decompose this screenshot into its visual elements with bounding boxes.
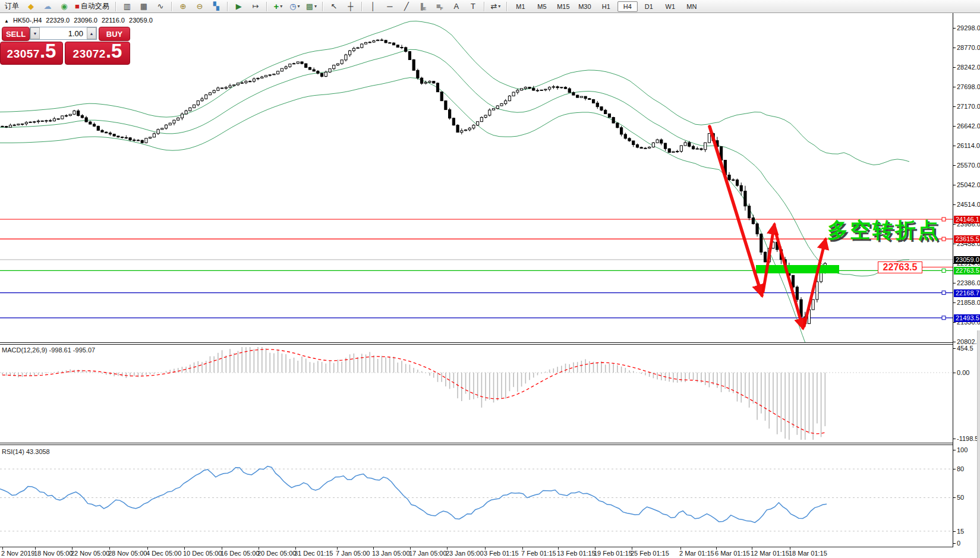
time-label: 7 Feb 01:15	[521, 550, 556, 557]
buy-button[interactable]: BUY	[99, 27, 130, 41]
scrollbar-strip[interactable]	[977, 330, 980, 558]
main-toolbar: 订单◆☁◉■自动交易▥▦∿⊕⊖▚▶↦+▾◷▾▩▾↖┼│─╱∥E≡FAT⇄▾ M1…	[0, 0, 980, 13]
candle	[592, 99, 594, 103]
volume-decrease-button[interactable]: ▼	[30, 27, 40, 39]
candle	[620, 128, 623, 134]
candle	[169, 123, 171, 125]
candle	[456, 125, 459, 133]
candle	[664, 143, 666, 149]
autotrade-button[interactable]: ■自动交易	[73, 1, 112, 12]
candle	[109, 133, 111, 134]
rsi-indicator-label: RSI(14) 43.3058	[2, 448, 50, 455]
pane-separator[interactable]	[0, 443, 953, 443]
candlestick-chart-icon[interactable]: ▦	[136, 1, 152, 12]
price-tick-mark	[953, 165, 956, 166]
zoom-in-icon[interactable]: ⊕	[175, 1, 191, 12]
candle	[65, 116, 67, 116]
candle	[540, 90, 543, 90]
templates-icon[interactable]: ▩▾	[304, 1, 319, 12]
arrows-objects-icon[interactable]: ⇄▾	[488, 1, 503, 12]
candle	[640, 147, 642, 149]
candle	[49, 121, 52, 121]
timeframe-m15[interactable]: M15	[553, 1, 573, 12]
pane-separator	[0, 444, 953, 445]
tile-windows-icon[interactable]: ▚	[209, 1, 224, 12]
history-center-icon[interactable]: ◆	[23, 1, 39, 12]
history-center-icon: ◆	[28, 1, 34, 12]
candle	[205, 95, 207, 99]
price-tick-mark	[953, 283, 956, 283]
fibonacci-icon[interactable]: ≡F	[432, 1, 448, 12]
candle	[428, 81, 431, 83]
periods-icon[interactable]: ◷▾	[287, 1, 302, 12]
crosshair-icon[interactable]: ┼	[343, 1, 358, 12]
candle	[277, 71, 279, 74]
candle	[105, 132, 108, 133]
timeframe-m1[interactable]: M1	[511, 1, 531, 12]
candle	[141, 140, 143, 143]
trend-arrow	[776, 234, 803, 328]
timeframe-m30[interactable]: M30	[575, 1, 595, 12]
price-axis[interactable]: 29298.028770.028242.027698.027170.026642…	[953, 13, 980, 547]
sell-button[interactable]: SELL	[2, 27, 30, 41]
chevron-down-icon: ▾	[314, 4, 317, 9]
text-icon[interactable]: A	[449, 1, 464, 12]
new-order-button[interactable]: 订单	[2, 1, 22, 12]
candle	[257, 78, 259, 78]
chart-shift-icon[interactable]: ↦	[248, 1, 263, 12]
candle	[744, 191, 746, 206]
bollinger-upper-band	[0, 21, 909, 165]
buy-price-panel[interactable]: 23072.5	[65, 42, 130, 65]
candle	[508, 96, 511, 100]
macd-pane[interactable]	[0, 345, 953, 442]
price-chart[interactable]	[0, 13, 953, 342]
line-chart-icon[interactable]: ∿	[153, 1, 168, 12]
bar-chart-icon[interactable]: ▥	[119, 1, 135, 12]
candle	[229, 86, 231, 87]
time-label: 13 Feb 01:15	[557, 550, 595, 557]
timeframe-m5[interactable]: M5	[532, 1, 552, 12]
candle	[385, 40, 387, 43]
toolbar-buttons: 订单◆☁◉■自动交易▥▦∿⊕⊖▚▶↦+▾◷▾▩▾↖┼│─╱∥E≡FAT⇄▾	[1, 1, 510, 12]
auto-scroll-icon[interactable]: ▶	[231, 1, 247, 12]
candle	[364, 42, 367, 44]
pane-separator[interactable]	[0, 342, 953, 343]
candle	[345, 55, 347, 60]
cursor-icon[interactable]: ↖	[326, 1, 342, 12]
zoom-out-icon[interactable]: ⊖	[192, 1, 207, 12]
candle	[308, 68, 311, 70]
timeframe-w1[interactable]: W1	[660, 1, 680, 12]
accounts-icon[interactable]: ☁	[40, 1, 55, 12]
text-label-icon[interactable]: T	[465, 1, 481, 12]
candle	[189, 108, 191, 111]
rsi-pane[interactable]	[0, 446, 953, 547]
horizontal-line-icon[interactable]: ─	[382, 1, 398, 12]
candle	[572, 93, 575, 95]
candle	[612, 118, 615, 124]
time-label: 20 Dec 05:00	[257, 550, 296, 557]
candle	[373, 41, 375, 42]
equidistant-channel-icon[interactable]: ∥E	[415, 1, 431, 12]
volume-input[interactable]: 1.00	[40, 29, 87, 38]
indicators-icon[interactable]: +▾	[270, 1, 286, 12]
sell-price-main: 23057	[7, 48, 40, 61]
candle	[468, 128, 471, 130]
signal-icon[interactable]: ◉	[56, 1, 72, 12]
timeframe-h4[interactable]: H4	[617, 1, 638, 12]
candle	[57, 119, 59, 119]
candle	[492, 109, 494, 110]
timeframe-mn[interactable]: MN	[682, 1, 702, 12]
timeframe-d1[interactable]: D1	[639, 1, 659, 12]
candle	[616, 123, 619, 128]
candle	[329, 69, 331, 72]
price-tick-mark	[953, 204, 956, 205]
timeframe-h1[interactable]: H1	[596, 1, 616, 12]
candle	[740, 185, 742, 191]
sell-price-panel[interactable]: 23057.5	[0, 42, 63, 65]
volume-increase-button[interactable]: ▲	[87, 27, 96, 39]
candle	[185, 111, 187, 114]
candle	[672, 152, 675, 153]
vertical-line-icon[interactable]: │	[365, 1, 381, 12]
candle	[73, 111, 75, 115]
trendline-icon[interactable]: ╱	[399, 1, 414, 12]
